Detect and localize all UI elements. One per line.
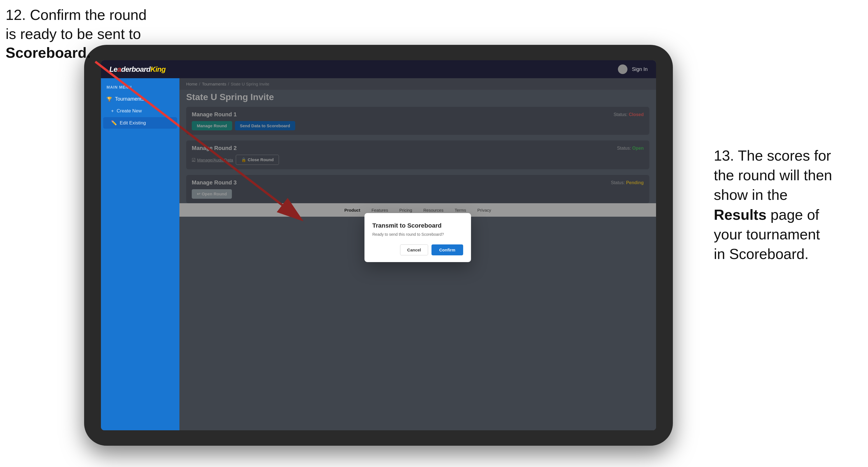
modal-title: Transmit to Scoreboard <box>372 222 463 229</box>
sidebar-item-create-new[interactable]: + Create New <box>101 105 180 117</box>
modal-actions: Cancel Confirm <box>372 244 463 255</box>
sidebar-item-edit-existing[interactable]: ✏️ Edit Existing <box>103 117 177 129</box>
top-nav: LeaderboardKing Sign In <box>101 60 656 78</box>
main-content: MAIN MENU 🏆 Tournaments + Create New ✏️ … <box>101 78 656 430</box>
tablet-device: LeaderboardKing Sign In MAIN MENU 🏆 Tour… <box>84 45 673 446</box>
sign-in-button[interactable]: Sign In <box>632 66 648 72</box>
trophy-icon: 🏆 <box>106 96 112 102</box>
annotation-top: 12. Confirm the round is ready to be sen… <box>6 6 147 63</box>
tablet-screen: LeaderboardKing Sign In MAIN MENU 🏆 Tour… <box>101 60 656 430</box>
sidebar: MAIN MENU 🏆 Tournaments + Create New ✏️ … <box>101 78 180 430</box>
sidebar-item-tournaments[interactable]: 🏆 Tournaments <box>101 93 180 105</box>
modal-confirm-button[interactable]: Confirm <box>432 244 463 255</box>
sidebar-section-label: MAIN MENU <box>101 83 180 93</box>
transmit-modal: Transmit to Scoreboard Ready to send thi… <box>365 213 471 262</box>
modal-overlay: Transmit to Scoreboard Ready to send thi… <box>180 78 656 430</box>
modal-subtitle: Ready to send this round to Scoreboard? <box>372 232 463 237</box>
modal-cancel-button[interactable]: Cancel <box>400 244 428 255</box>
user-avatar <box>618 64 627 74</box>
logo: LeaderboardKing <box>109 65 165 74</box>
nav-right: Sign In <box>618 64 648 74</box>
annotation-right: 13. The scores for the round will then s… <box>714 146 860 264</box>
edit-icon: ✏️ <box>111 120 117 126</box>
page-content: Home / Tournaments / State U Spring Invi… <box>180 78 656 430</box>
plus-icon: + <box>111 108 114 114</box>
